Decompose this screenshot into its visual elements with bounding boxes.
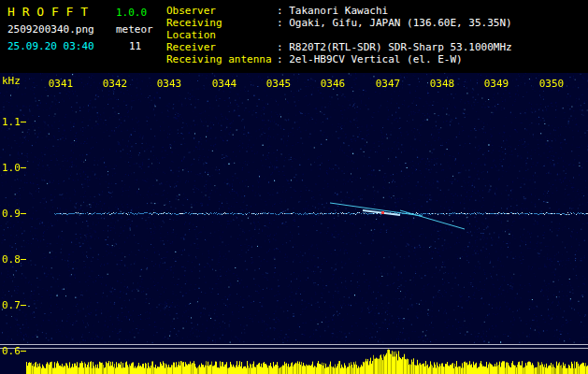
time-label-0346: 0346 — [319, 78, 347, 90]
filename-label: 2509200340.png — [7, 23, 94, 36]
time-label-0348: 0348 — [428, 78, 456, 90]
freq-tick — [21, 305, 26, 306]
freq-label-1-1: 1.1 — [2, 116, 19, 128]
count-label: 11 — [129, 40, 141, 52]
time-label-0344: 0344 — [210, 78, 238, 90]
header: H R O F F T 1.0.0 2509200340.png meteor … — [0, 0, 588, 73]
time-label-0349: 0349 — [482, 78, 510, 90]
info-label-observer: Observer — [166, 5, 277, 17]
hrofft-output-image: H R O F F T 1.0.0 2509200340.png meteor … — [0, 0, 588, 374]
spectrogram-plot: kHz 0341 0342 0343 0344 0345 0346 0347 0… — [0, 73, 588, 374]
time-label-0345: 0345 — [265, 78, 293, 90]
datetime-label: 25.09.20 03:40 — [7, 40, 94, 52]
mode-label: meteor — [116, 23, 153, 36]
y-axis-unit-label: kHz — [2, 75, 21, 87]
info-row: Receiving antenna : 2el-HB9CV Vertical (… — [166, 53, 512, 65]
freq-tick — [21, 351, 26, 352]
freq-tick — [21, 122, 26, 122]
freq-tick — [21, 213, 26, 214]
version-label: 1.0.0 — [116, 7, 147, 19]
time-label-0343: 0343 — [155, 78, 183, 90]
time-label-0341: 0341 — [47, 78, 75, 90]
freq-label-0-8: 0.8 — [2, 253, 19, 266]
info-row: Receiving Location : Ogaki, Gifu, JAPAN … — [166, 17, 512, 41]
freq-tick — [21, 259, 26, 260]
freq-label-0-7: 0.7 — [2, 299, 19, 311]
freq-label-0-6: 0.6 — [2, 345, 19, 357]
time-label-0342: 0342 — [101, 78, 129, 90]
info-value-antenna: : 2el-HB9CV Vertical (el. E-W) — [277, 53, 463, 65]
spectrogram-canvas — [0, 73, 588, 374]
info-label-antenna: Receiving antenna — [166, 53, 277, 65]
time-label-0347: 0347 — [374, 78, 402, 90]
time-label-0350: 0350 — [538, 78, 566, 90]
info-row: Receiver : R820T2(RTL-SDR) SDR-Sharp 53.… — [166, 41, 512, 53]
app-title: H R O F F T — [7, 5, 88, 19]
freq-label-0-9: 0.9 — [2, 208, 19, 220]
freq-tick — [21, 167, 26, 168]
observation-info: Observer : Takanori Kawachi Receiving Lo… — [166, 5, 512, 65]
info-value-observer: : Takanori Kawachi — [277, 5, 388, 17]
info-label-receiver: Receiver — [166, 41, 277, 53]
info-value-location: : Ogaki, Gifu, JAPAN (136.60E, 35.35N) — [277, 17, 512, 41]
info-value-receiver: : R820T2(RTL-SDR) SDR-Sharp 53.1000MHz — [277, 41, 512, 53]
info-label-location: Receiving Location — [166, 17, 277, 41]
info-row: Observer : Takanori Kawachi — [166, 5, 512, 17]
freq-label-1-0: 1.0 — [2, 162, 19, 174]
